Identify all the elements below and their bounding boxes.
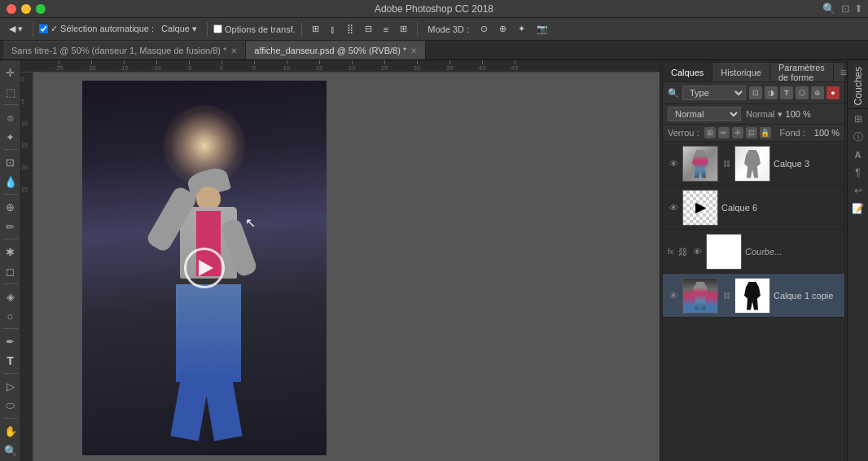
char-icon[interactable]: A	[850, 147, 866, 163]
opacity-percent[interactable]: 100 %	[786, 109, 811, 119]
ruler-mark: 15	[303, 60, 335, 72]
filter-pixel-icon[interactable]: ⊡	[749, 86, 762, 99]
paragraph-icon[interactable]: ¶	[850, 165, 866, 181]
lock-pixel-icon[interactable]: ✏	[718, 127, 730, 138]
play-button[interactable]	[184, 248, 225, 288]
layer-item-calque1copie[interactable]: 👁 ⛓ Calque 1 copie	[663, 274, 844, 318]
filter-shape-icon[interactable]: ⬡	[796, 86, 809, 99]
ruler-mark: 25	[368, 60, 401, 72]
layer-link-calque1copie: ⛓	[721, 291, 731, 301]
filter-search-icon: 🔍	[668, 88, 679, 99]
fill-percent[interactable]: 100 %	[814, 128, 840, 138]
dancer-image-canvas[interactable]: ↖	[82, 81, 327, 455]
align-left-icon[interactable]: ⊟	[361, 22, 376, 36]
tools-separator-6	[3, 328, 18, 329]
window-icon[interactable]: ⊡	[841, 2, 850, 15]
type-tool[interactable]: T	[2, 352, 20, 370]
lock-artboard-icon[interactable]: ⊡	[746, 127, 757, 138]
mode3d-icon2[interactable]: ⊕	[495, 22, 511, 36]
layer-visibility-courbe[interactable]: 👁	[691, 246, 703, 257]
layer-item-courbe[interactable]: fx ⛓ 👁 Courbe...	[663, 230, 844, 274]
history-icon[interactable]: ↩	[850, 182, 866, 199]
notes-icon[interactable]: 📝	[850, 200, 866, 217]
tools-separator-2	[3, 149, 18, 150]
layer-mask-calque1copie	[734, 278, 770, 314]
tab-affiche[interactable]: affiche_danseur.psd @ 50% (RVB/8) * ✕	[246, 41, 426, 59]
align-icon[interactable]: ⫿	[327, 23, 340, 36]
zoom-tool[interactable]: 🔍	[2, 441, 20, 459]
eyedropper-tool[interactable]: 💧	[2, 173, 20, 191]
layers-tab-historique[interactable]: Historique	[712, 63, 770, 81]
filter-type-select[interactable]: Type	[682, 86, 746, 100]
magic-wand-tool[interactable]: ✦	[2, 128, 20, 146]
path-select-tool[interactable]: ▷	[2, 377, 20, 395]
align-center-icon[interactable]: ≡	[379, 23, 392, 36]
arrange-icon[interactable]: ⊞	[850, 111, 866, 127]
crop-tool[interactable]: ⊡	[2, 153, 20, 171]
mode3d-icon3[interactable]: ✦	[514, 22, 529, 36]
ruler-mark: -10	[140, 60, 173, 72]
move-tool[interactable]: ✛	[2, 64, 20, 81]
transform-icon[interactable]: ⊞	[308, 22, 323, 36]
lock-transparent-icon[interactable]: ⊞	[704, 127, 716, 138]
ruler-marks: -25 -20 -15 -10 -5 0 5 10 15 20 25 30 35…	[42, 60, 531, 72]
layers-tab-formes[interactable]: Paramètres de forme	[770, 63, 834, 81]
layer-item-calque3[interactable]: 👁 ⛓ Calque 3	[663, 142, 844, 186]
align-right-icon[interactable]: ⊞	[396, 22, 411, 36]
distribute-icon[interactable]: ⣿	[343, 22, 357, 36]
app-title: Adobe Photoshop CC 2018	[375, 3, 493, 15]
blend-mode-select[interactable]: Normal	[668, 107, 741, 121]
filter-type-icon[interactable]: T	[780, 86, 793, 99]
filter-smart-icon[interactable]: ⊕	[811, 86, 824, 99]
layer-thumb-courbe	[706, 234, 742, 270]
close-button[interactable]	[7, 4, 16, 14]
lasso-tool[interactable]: ⌾	[2, 108, 20, 126]
info-icon[interactable]: ⓘ	[850, 129, 866, 145]
layer-visibility-calque3[interactable]: 👁	[668, 158, 679, 169]
shape-tool[interactable]: ⬭	[2, 397, 20, 415]
tab-active-close-icon[interactable]: ✕	[410, 46, 417, 55]
toolbar-arrow[interactable]: ◀ ▾	[5, 22, 27, 36]
pen-tool[interactable]: ✒	[2, 332, 20, 350]
couches-label[interactable]: Couches	[853, 67, 864, 105]
share-icon[interactable]: ⬆	[854, 2, 863, 15]
mode3d-icon[interactable]: ⊙	[476, 22, 492, 36]
brush-tool[interactable]: ✏	[2, 217, 20, 235]
toolbar-separator-2	[207, 22, 208, 37]
lock-all-icon[interactable]: 🔒	[760, 127, 771, 138]
tab-untitled[interactable]: Sans titre-1 @ 50% (danseur 1, Masque de…	[3, 41, 246, 59]
maximize-button[interactable]	[36, 4, 46, 14]
search-icon[interactable]: 🔍	[822, 2, 835, 15]
dodge-tool[interactable]: ○	[2, 307, 20, 325]
gradient-tool[interactable]: ◈	[2, 288, 20, 305]
title-bar: Adobe Photoshop CC 2018 🔍 ⊡ ⬆	[0, 0, 868, 18]
layer-name-courbe: Courbe...	[745, 247, 840, 257]
layers-tab-calques[interactable]: Calques	[663, 63, 712, 81]
calque-dropdown[interactable]: Calque ▾	[157, 22, 201, 36]
tab-close-icon[interactable]: ✕	[230, 46, 237, 55]
layer-visibility-calque6[interactable]: 👁	[668, 202, 679, 213]
marquee-tool[interactable]: ⬚	[2, 83, 20, 101]
layer-visibility-calque1copie[interactable]: 👁	[668, 290, 679, 301]
filter-row: 🔍 Type ⊡ ◑ T ⬡ ⊕ ●	[663, 82, 844, 104]
minimize-button[interactable]	[21, 4, 31, 14]
mode3d-camera[interactable]: 📷	[533, 22, 552, 36]
layer-item-calque6[interactable]: 👁 ▶ Calque 6	[663, 186, 844, 230]
options-transf-checkbox[interactable]: Options de transf.	[213, 24, 296, 34]
cursor-indicator: ↖	[245, 215, 256, 230]
healing-brush-tool[interactable]: ⊕	[2, 198, 20, 216]
couches-header[interactable]: Couches	[848, 64, 869, 109]
traffic-lights	[7, 4, 46, 14]
clone-stamp-tool[interactable]: ✱	[2, 243, 20, 261]
fill-label: Fond :	[780, 128, 805, 138]
ruler-mark: 35	[433, 60, 466, 72]
arrow-container: ▶	[683, 191, 717, 225]
auto-select-checkbox[interactable]: ✓ Sélection automatique :	[39, 24, 154, 34]
filter-on-icon[interactable]: ●	[826, 86, 840, 99]
lock-position-icon[interactable]: ✛	[732, 127, 743, 138]
filter-adjust-icon[interactable]: ◑	[765, 86, 778, 99]
tools-separator-7	[3, 373, 18, 374]
layer-link-courbe[interactable]: ⛓	[677, 246, 688, 257]
hand-tool[interactable]: ✋	[2, 422, 20, 440]
eraser-tool[interactable]: ◻	[2, 262, 20, 280]
